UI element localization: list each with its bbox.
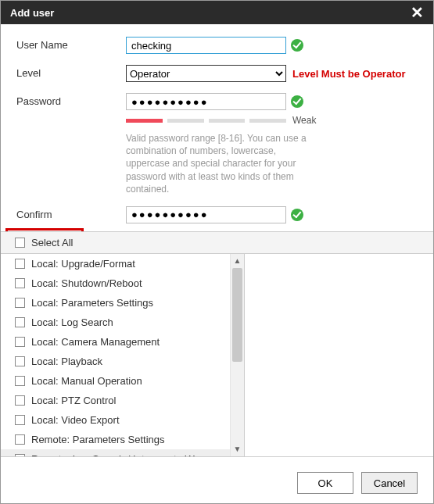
scroll-down-icon[interactable]: ▼ (231, 442, 244, 456)
dialog-title: Add user (10, 7, 54, 19)
permission-label: Remote: Parameters Settings (31, 434, 165, 445)
password-input[interactable] (126, 93, 286, 110)
permission-item[interactable]: Local: Upgrade/Format (1, 254, 230, 273)
permissions-left-panel: Local: Upgrade/FormatLocal: Shutdown/Reb… (1, 254, 245, 456)
permission-label: Local: Shutdown/Reboot (31, 277, 142, 289)
row-level: Level Operator Level Must be Operator (16, 65, 418, 82)
dialog-body: User Name Level Operator Level Must be O… (1, 24, 433, 457)
titlebar: Add user ✕ (1, 1, 433, 24)
permission-label: Local: Upgrade/Format (31, 258, 135, 270)
permission-checkbox[interactable] (15, 356, 25, 366)
strength-bar (126, 119, 163, 123)
scroll-up-icon[interactable]: ▲ (231, 254, 244, 268)
permission-checkbox[interactable] (15, 376, 25, 386)
strength-bar (249, 119, 286, 123)
permission-checkbox[interactable] (15, 434, 25, 445)
password-strength-meter (126, 119, 286, 123)
level-select[interactable]: Operator (126, 65, 286, 82)
permission-checkbox[interactable] (15, 259, 25, 269)
permission-item[interactable]: Local: Playback (1, 352, 230, 371)
permission-label: Local: Log Search (31, 316, 113, 328)
permission-checkbox[interactable] (15, 454, 25, 456)
row-hint: Valid password range [8-16]. You can use… (16, 129, 418, 195)
username-input[interactable] (126, 37, 286, 54)
ok-button[interactable]: OK (297, 472, 353, 494)
permission-checkbox[interactable] (15, 298, 25, 308)
label-level: Level (16, 65, 126, 79)
row-confirm: Confirm (16, 206, 418, 223)
permission-item[interactable]: Local: Camera Management (1, 332, 230, 352)
label-confirm: Confirm (16, 206, 126, 220)
add-user-dialog: Add user ✕ Click Twice to unselect Every… (0, 0, 434, 504)
permissions-right-panel (245, 254, 433, 456)
scroll-track[interactable] (231, 268, 244, 442)
close-icon[interactable]: ✕ (411, 5, 424, 20)
permission-label: Local: Playback (31, 356, 102, 367)
permission-label: Local: Manual Operation (31, 375, 142, 387)
dialog-footer: OK Cancel (297, 472, 418, 494)
strength-bar (209, 119, 246, 123)
permission-item[interactable]: Local: Log Search (1, 313, 230, 332)
permission-label: Local: Video Export (31, 414, 120, 426)
select-all-bar: Select All (1, 231, 433, 254)
select-all-checkbox[interactable] (15, 238, 25, 248)
confirm-password-input[interactable] (126, 206, 286, 223)
permission-label: Remote: Log Search / Interrogate Wor... (31, 453, 211, 456)
permission-item[interactable]: Remote: Log Search / Interrogate Wor... (1, 449, 230, 456)
permission-item[interactable]: Remote: Parameters Settings (1, 430, 230, 449)
permission-item[interactable]: Local: Parameters Settings (1, 293, 230, 313)
permission-label: Local: Parameters Settings (31, 297, 153, 309)
row-username: User Name (16, 37, 418, 54)
permission-checkbox[interactable] (15, 337, 25, 347)
check-icon (291, 39, 303, 52)
scroll-thumb[interactable] (232, 268, 242, 362)
row-strength: Weak (16, 115, 418, 126)
label-password: Password (16, 93, 126, 107)
cancel-button[interactable]: Cancel (361, 472, 418, 494)
permission-checkbox[interactable] (15, 415, 25, 425)
label-username: User Name (16, 37, 126, 51)
permission-item[interactable]: Local: Video Export (1, 410, 230, 430)
strength-label: Weak (292, 115, 316, 126)
check-icon (291, 95, 303, 108)
permissions-area: Local: Upgrade/FormatLocal: Shutdown/Reb… (1, 254, 433, 457)
permission-item[interactable]: Local: PTZ Control (1, 391, 230, 410)
strength-bar (167, 119, 204, 123)
permission-checkbox[interactable] (15, 395, 25, 406)
permission-item[interactable]: Local: Manual Operation (1, 371, 230, 391)
check-icon (291, 209, 303, 221)
select-all-label: Select All (31, 237, 73, 248)
permission-checkbox[interactable] (15, 278, 25, 288)
annotation-level: Level Must be Operator (292, 68, 405, 80)
scrollbar[interactable]: ▲ ▼ (230, 254, 244, 456)
permission-checkbox[interactable] (15, 317, 25, 327)
row-password: Password (16, 93, 418, 110)
password-hint: Valid password range [8-16]. You can use… (126, 132, 314, 195)
permission-label: Local: Camera Management (31, 336, 160, 348)
permissions-list[interactable]: Local: Upgrade/FormatLocal: Shutdown/Reb… (1, 254, 230, 456)
permission-label: Local: PTZ Control (31, 395, 116, 406)
permission-item[interactable]: Local: Shutdown/Reboot (1, 273, 230, 293)
